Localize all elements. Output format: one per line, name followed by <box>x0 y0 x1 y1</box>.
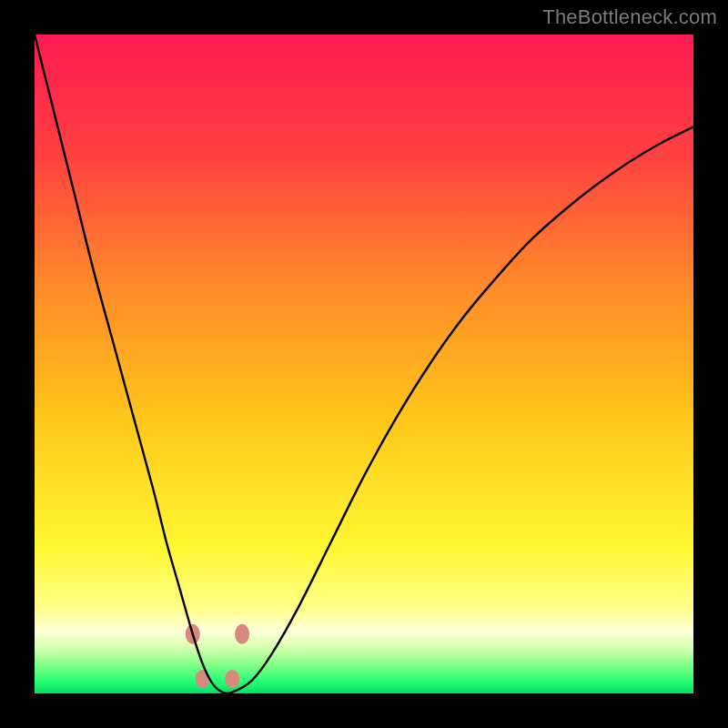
minimum-marker <box>196 670 210 688</box>
minimum-marker <box>225 670 239 688</box>
bottleneck-chart <box>35 35 693 693</box>
chart-frame <box>35 35 693 693</box>
gradient-background <box>35 35 693 693</box>
watermark-text: TheBottleneck.com <box>542 5 717 29</box>
minimum-marker <box>235 624 249 644</box>
